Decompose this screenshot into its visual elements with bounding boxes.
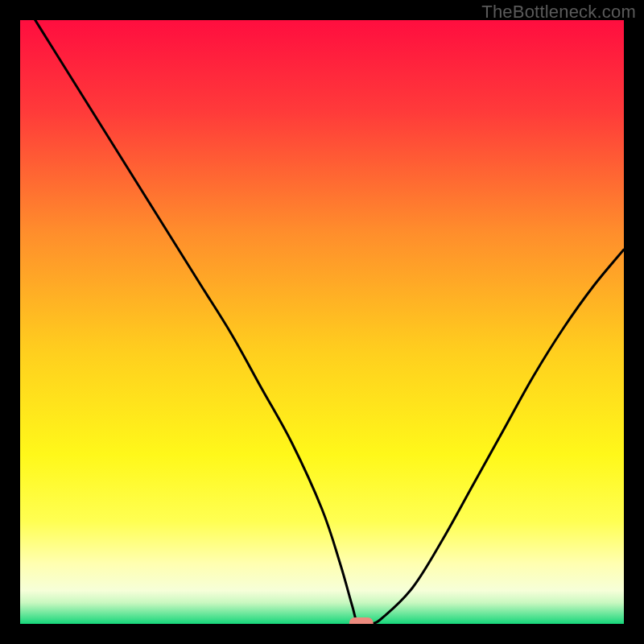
watermark-text: TheBottleneck.com [481, 2, 636, 23]
chart-svg [20, 20, 624, 624]
optimal-marker [349, 617, 374, 624]
plot-area [20, 20, 624, 624]
gradient-background [20, 20, 624, 624]
chart-frame: TheBottleneck.com [0, 0, 644, 644]
